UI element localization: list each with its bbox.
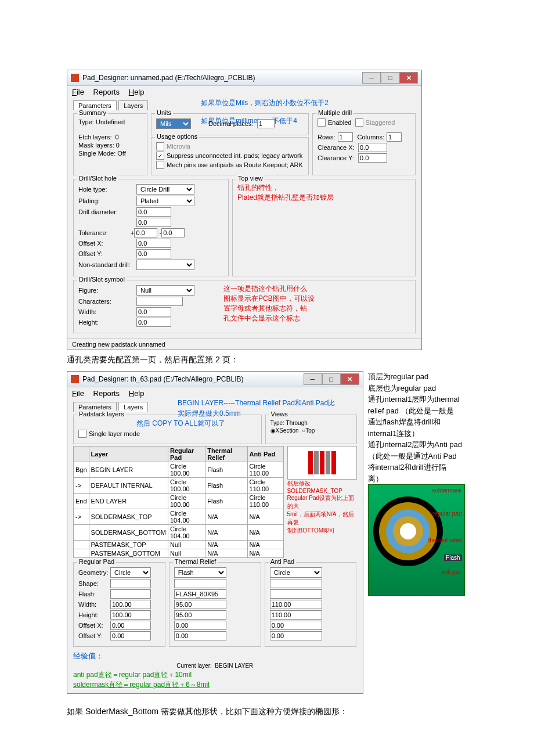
plating-select[interactable]: Plated — [136, 196, 194, 206]
suppress-check[interactable]: ✓ — [156, 152, 164, 160]
figure-select[interactable]: Null — [136, 285, 194, 296]
menu-help[interactable]: Help — [129, 389, 145, 398]
fieldset-antipad: Anti Pad Circle — [265, 562, 357, 647]
side-notes: 顶层为regular pad底层也为regular pad通孔internal1… — [368, 371, 468, 484]
fieldset-regular-pad: Regular Pad Geometry:Circle Shape: Flash… — [73, 562, 165, 647]
statusbar: Creating new padstack unnamed — [67, 339, 421, 350]
annotation: 如果单位是Mils，则右边的小数位不低于2 — [201, 98, 329, 108]
table-row: SOLDERMASK_BOTTOMCircle 104.00N/AN/A — [74, 525, 284, 541]
fieldset-multidrill: Multiple drill Enabled Staggered Rows:Co… — [312, 113, 416, 175]
table-row: BgnBEGIN LAYERCircle 100.00FlashCircle 1… — [74, 462, 284, 478]
fieldset-thermal: Thermal Relief Flash — [169, 562, 261, 647]
titlebar: Pad_Designer: unnamed.pad (E:/Tech/Alleg… — [67, 70, 421, 86]
menu-reports[interactable]: Reports — [93, 88, 120, 96]
holetype-select[interactable]: Circle Drill — [136, 184, 194, 195]
table-row: ->SOLDERMASK_TOPCircle 104.00N/AN/A — [74, 509, 284, 525]
fieldset-topview: Top view 钻孔的特性， Plated就是指钻孔壁是否加镀层 — [232, 179, 416, 276]
maximize-button[interactable]: □ — [322, 373, 341, 385]
table-row: EndEND LAYERCircle 100.00FlashCircle 110… — [74, 494, 284, 509]
window-title: Pad_Designer: th_63.pad (E:/Tech/Allegro… — [82, 375, 244, 383]
menu-reports[interactable]: Reports — [93, 389, 120, 398]
decimal-input[interactable] — [257, 119, 275, 128]
enabled-check[interactable] — [317, 118, 326, 127]
minimize-button[interactable]: ─ — [362, 72, 381, 84]
annotation: Plated就是指钻孔壁是否加镀层 — [237, 193, 410, 203]
close-button[interactable]: ✕ — [341, 373, 359, 385]
fieldset-padstack-layers: Padstack layers 然后 COPY TO ALL就可以了 Singl… — [73, 415, 262, 444]
app-icon — [71, 74, 79, 82]
body-text: 通孔类需要先配置第一页，然后再配置第 2 页： — [67, 355, 467, 365]
single-layer-check[interactable] — [78, 430, 86, 438]
window-pad-designer-2: Pad_Designer: th_63.pad (E:/Tech/Allegro… — [67, 371, 363, 694]
menu-file[interactable]: File — [72, 389, 84, 398]
fieldset-usage: Usage options Microvia ✓Suppress unconne… — [151, 137, 309, 175]
menu-file[interactable]: File — [72, 88, 84, 96]
menu-help[interactable]: Help — [129, 88, 145, 96]
legend: Summary — [77, 109, 108, 116]
table-row: PASTEMASK_BOTTOMNullN/AN/A — [74, 549, 284, 558]
annotation: 钻孔的特性， — [237, 183, 410, 193]
char-input[interactable] — [136, 297, 183, 306]
minimize-button[interactable]: ─ — [304, 373, 322, 385]
fieldset-drillhole: Drill/Slot hole Hole type:Circle Drill P… — [73, 179, 229, 276]
window-pad-designer-1: Pad_Designer: unnamed.pad (E:/Tech/Alleg… — [67, 70, 422, 350]
fieldset-summary: Summary Type: Undefined Etch layers: 0 M… — [73, 113, 147, 175]
microvia-check — [156, 142, 164, 150]
table-row: ->DEFAULT INTERNALCircle 100.00FlashCirc… — [74, 478, 284, 494]
mech-check[interactable] — [156, 161, 164, 169]
pad-diagram: soldermask regular pad thermal relief Fl… — [368, 484, 465, 596]
app-icon — [71, 375, 79, 383]
maximize-button[interactable]: □ — [381, 72, 399, 84]
xsection-view — [287, 446, 357, 480]
nsd-select[interactable] — [136, 260, 194, 270]
close-button[interactable]: ✕ — [399, 72, 418, 84]
fieldset-views: Views Type: Through ◉ XSection ○ Top — [265, 415, 357, 444]
menubar: File Reports Help — [67, 86, 421, 98]
body-text: 如果 SolderMask_Bottom 需要做其他形状，比如下面这种方便焊接的… — [67, 707, 467, 717]
tab-layers[interactable]: Layers — [118, 100, 148, 110]
fieldset-drillsymbol: Drill/Slot symbol Figure:Null Characters… — [73, 280, 416, 333]
units-select[interactable]: Mils — [156, 118, 191, 129]
fieldset-units: Units Mils Decimal places: — [151, 113, 309, 135]
annotation: 这一项是指这个钻孔用什么 图标显示在PCB图中，可以设 置字母或者其他标志符，钻… — [223, 284, 315, 328]
window-title: Pad_Designer: unnamed.pad (E:/Tech/Alleg… — [82, 74, 255, 82]
table-row: PASTEMASK_TOPNullN/AN/A — [74, 541, 284, 549]
layers-table: LayerRegular PadThermal ReliefAnti Pad B… — [73, 446, 284, 558]
